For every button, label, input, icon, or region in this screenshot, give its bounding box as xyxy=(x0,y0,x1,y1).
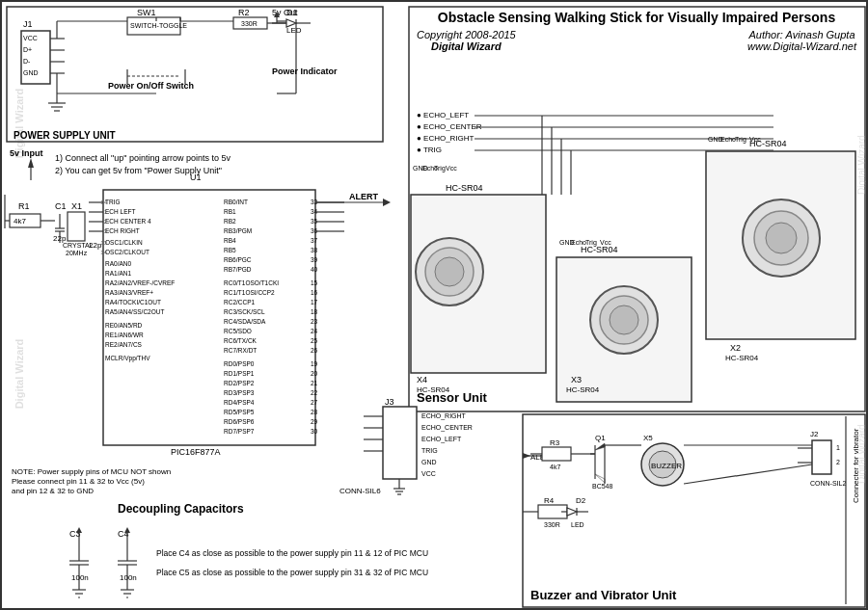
svg-text:RB7/PGD: RB7/PGD xyxy=(224,266,252,273)
svg-point-178 xyxy=(435,257,464,286)
svg-text:RE0/AN5/RD: RE0/AN5/RD xyxy=(105,322,143,329)
svg-text:5v Input: 5v Input xyxy=(10,148,43,158)
svg-text:15: 15 xyxy=(311,279,318,286)
svg-text:Trig: Trig xyxy=(735,136,746,144)
svg-text:Digital Wizard: Digital Wizard xyxy=(856,135,867,195)
svg-text:4k7: 4k7 xyxy=(550,464,560,470)
svg-text:RD0/PSP0: RD0/PSP0 xyxy=(224,360,255,367)
svg-text:2: 2 xyxy=(836,459,840,465)
svg-text:and pin 12 & 32 to GND: and pin 12 & 32 to GND xyxy=(12,487,94,495)
svg-rect-65 xyxy=(68,212,85,241)
svg-text:RD7/PSP7: RD7/PSP7 xyxy=(224,428,255,435)
svg-text:X2: X2 xyxy=(730,343,741,353)
svg-text:RD4/PSP4: RD4/PSP4 xyxy=(224,399,255,406)
svg-text:POWER SUPPLY UNIT: POWER SUPPLY UNIT xyxy=(14,130,116,141)
svg-text:TRIG: TRIG xyxy=(421,447,438,454)
svg-rect-261 xyxy=(812,440,831,474)
svg-text:RC5/SDO: RC5/SDO xyxy=(224,328,252,334)
svg-text:RA1/AN1: RA1/AN1 xyxy=(105,270,131,277)
svg-point-188 xyxy=(610,305,638,334)
svg-text:● ECHO_CENTER: ● ECHO_CENTER xyxy=(417,122,482,131)
svg-marker-250 xyxy=(567,508,577,516)
svg-text:D-: D- xyxy=(23,58,31,65)
svg-text:PIC16F877A: PIC16F877A xyxy=(171,447,221,457)
svg-text:1) Connect all "up" pointing a: 1) Connect all "up" pointing arrow point… xyxy=(55,153,231,163)
svg-text:CONN-SIL6: CONN-SIL6 xyxy=(339,487,381,495)
svg-text:ALERT: ALERT xyxy=(349,192,378,201)
svg-text:330R: 330R xyxy=(544,521,560,528)
svg-text:R2: R2 xyxy=(238,8,250,17)
svg-text:Echo: Echo xyxy=(720,136,736,143)
svg-text:29: 29 xyxy=(311,418,318,425)
svg-text:● ECHO_RIGHT: ● ECHO_RIGHT xyxy=(417,134,475,143)
svg-text:37: 37 xyxy=(311,237,318,244)
svg-text:U1: U1 xyxy=(190,172,202,182)
svg-marker-243 xyxy=(595,474,605,483)
svg-text:Vcc: Vcc xyxy=(600,239,611,246)
svg-text:RC1/T1OSI/CCP2: RC1/T1OSI/CCP2 xyxy=(224,289,275,296)
svg-text:RA2/AN2/VREF-/CVREF: RA2/AN2/VREF-/CVREF xyxy=(105,279,175,286)
svg-text:RD6/PSP6: RD6/PSP6 xyxy=(224,418,255,425)
svg-text:GND: GND xyxy=(23,69,39,76)
svg-text:RB3/PGM: RB3/PGM xyxy=(224,227,252,234)
svg-text:Power On/Off Switch: Power On/Off Switch xyxy=(108,81,194,91)
svg-text:OSC1/CLKIN: OSC1/CLKIN xyxy=(105,239,143,246)
svg-text:MCLR/Vpp/THV: MCLR/Vpp/THV xyxy=(105,355,150,362)
svg-text:OSC2/CLKOUT: OSC2/CLKOUT xyxy=(105,249,149,255)
svg-text:TRIG: TRIG xyxy=(105,199,121,205)
svg-text:RB6/PGC: RB6/PGC xyxy=(224,256,252,263)
svg-text:Trig: Trig xyxy=(434,165,446,172)
svg-text:Vcc: Vcc xyxy=(749,136,761,143)
svg-text:26: 26 xyxy=(311,347,318,354)
svg-text:HC-SR04: HC-SR04 xyxy=(725,354,759,362)
svg-text:Place C5 as close as possible : Place C5 as close as possible to the pow… xyxy=(156,568,428,577)
svg-text:ECHO_RIGHT: ECHO_RIGHT xyxy=(421,412,467,420)
svg-text:4k7: 4k7 xyxy=(14,217,26,225)
svg-text:ECH  CENTER 4: ECH CENTER 4 xyxy=(105,218,151,225)
svg-text:Power Indicator: Power Indicator xyxy=(272,66,338,76)
svg-text:BC548: BC548 xyxy=(592,483,613,490)
svg-text:RC4/SDA/SDA: RC4/SDA/SDA xyxy=(224,318,266,325)
svg-text:RB0/INT: RB0/INT xyxy=(224,199,248,205)
svg-point-200 xyxy=(766,223,797,253)
svg-text:● TRIG: ● TRIG xyxy=(417,146,442,154)
svg-text:RD1/PSP1: RD1/PSP1 xyxy=(224,370,255,377)
svg-text:X4: X4 xyxy=(417,375,427,385)
svg-text:J3: J3 xyxy=(385,397,394,407)
svg-text:CONN-SIL2: CONN-SIL2 xyxy=(810,480,846,487)
svg-text:20: 20 xyxy=(311,370,318,377)
svg-text:RE2/AN7/CS: RE2/AN7/CS xyxy=(105,341,143,348)
svg-text:RD5/PSP5: RD5/PSP5 xyxy=(224,409,255,415)
svg-text:HC-SR04: HC-SR04 xyxy=(566,385,600,394)
svg-text:40: 40 xyxy=(311,266,318,273)
svg-text:RA5/AN4/SS/C2OUT: RA5/AN4/SS/C2OUT xyxy=(105,308,164,315)
svg-text:30: 30 xyxy=(311,428,318,435)
svg-text:NOTE: Power supply pins of MCU: NOTE: Power supply pins of MCU NOT shown xyxy=(12,467,171,476)
svg-text:HC-SR04: HC-SR04 xyxy=(417,385,450,394)
svg-text:18: 18 xyxy=(311,308,318,315)
svg-text:ECH  LEFT: ECH LEFT xyxy=(105,208,135,215)
svg-marker-152 xyxy=(383,199,391,206)
svg-text:RB4: RB4 xyxy=(224,237,236,244)
svg-text:22: 22 xyxy=(311,389,318,396)
svg-text:RC7/RX/DT: RC7/RX/DT xyxy=(224,347,257,354)
svg-text:RD3/PSP3: RD3/PSP3 xyxy=(224,389,255,396)
svg-text:HC-SR04: HC-SR04 xyxy=(581,245,618,254)
svg-text:D1: D1 xyxy=(286,8,298,17)
svg-text:21: 21 xyxy=(311,380,318,386)
svg-marker-242 xyxy=(595,443,605,450)
svg-text:Place C4 as close as possible : Place C4 as close as possible to the pow… xyxy=(156,548,428,558)
svg-text:X5: X5 xyxy=(643,434,653,442)
svg-text:RB5: RB5 xyxy=(224,247,236,253)
svg-text:330R: 330R xyxy=(241,20,258,27)
svg-text:16: 16 xyxy=(311,289,318,296)
svg-text:LED: LED xyxy=(571,521,584,528)
svg-text:ECHO_LEFT: ECHO_LEFT xyxy=(421,436,462,443)
svg-text:27: 27 xyxy=(311,399,318,406)
svg-rect-235 xyxy=(542,447,571,461)
svg-text:RA0/AN0: RA0/AN0 xyxy=(105,260,131,267)
svg-text:VCC: VCC xyxy=(421,470,436,477)
svg-text:Q1: Q1 xyxy=(595,434,606,442)
svg-text:J2: J2 xyxy=(810,430,819,438)
svg-text:Please connect pin 11 & 32 to : Please connect pin 11 & 32 to Vcc (5v) xyxy=(12,477,145,486)
